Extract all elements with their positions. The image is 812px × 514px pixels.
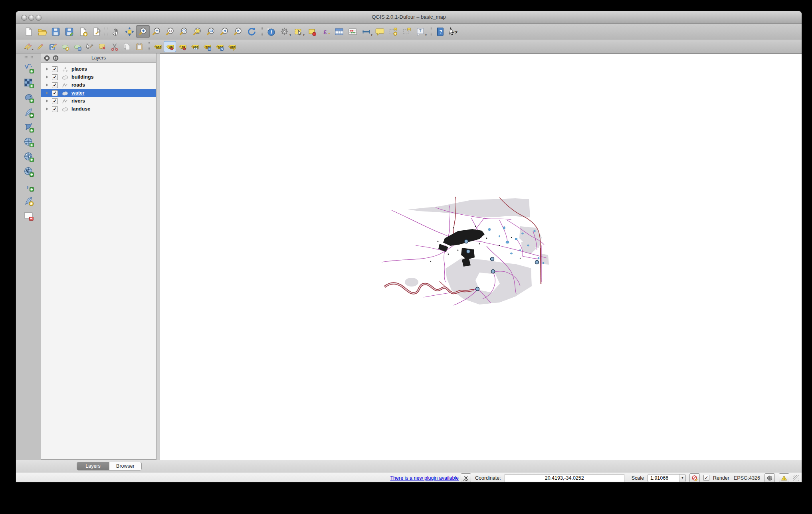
add-wfs-layer-icon[interactable] [21,164,36,178]
node-tool-icon[interactable] [83,41,96,52]
map-canvas[interactable] [160,53,802,460]
new-composer-icon[interactable] [76,25,89,38]
composer-manager-icon[interactable] [89,25,103,38]
file-new-icon[interactable] [22,25,35,38]
bookmark-show-icon[interactable] [400,25,414,38]
panel-tab-layers[interactable]: Layers [77,462,109,470]
measure-icon[interactable]: ▼ [359,25,373,38]
layer-label[interactable]: water [71,90,85,96]
bookmark-new-icon[interactable] [386,25,400,38]
save-as-icon[interactable] [62,25,76,38]
layer-visibility-checkbox[interactable]: ✓ [52,82,58,88]
identify-icon[interactable]: i [264,25,278,38]
label-pin-icon[interactable]: ab [164,41,176,52]
toggle-editing-icon[interactable] [34,41,46,52]
folder-open-icon[interactable] [35,25,49,38]
layer-row-buildings[interactable]: ✓buildings [41,73,156,81]
zoom-native-icon[interactable]: 1:1 [163,25,177,38]
run-action-icon[interactable]: ▼ [278,25,291,38]
save-edits-icon[interactable] [46,41,59,52]
label-change-icon[interactable]: abc [226,41,238,52]
layer-label[interactable]: rivers [71,98,85,104]
add-mssql-layer-icon[interactable] [21,120,36,134]
layer-visibility-checkbox[interactable]: ✓ [52,66,58,72]
expand-triangle-icon[interactable] [46,75,48,79]
zoom-to-selection-icon[interactable] [190,25,204,38]
expand-triangle-icon[interactable] [46,91,48,95]
layer-label[interactable]: landuse [71,106,90,112]
attribute-table-icon[interactable] [332,25,346,38]
stop-render-icon[interactable] [689,473,700,482]
layer-visibility-checkbox[interactable]: ✓ [52,90,58,96]
add-wms-layer-icon[interactable] [21,135,36,148]
zoom-in-icon[interactable] [136,25,150,38]
paste-features-icon[interactable] [133,41,145,52]
layer-visibility-checkbox[interactable]: ✓ [52,98,58,104]
layer-row-landuse[interactable]: ✓landuse [41,105,156,113]
delete-selected-icon[interactable] [96,41,108,52]
label-highlight-pinned-icon[interactable]: ab [176,41,188,52]
current-edits-icon[interactable]: ▼ [22,41,34,52]
whats-this-icon[interactable]: ? [447,25,460,38]
layer-row-rivers[interactable]: ✓rivers [41,97,156,105]
save-icon[interactable] [49,25,62,38]
label-options-icon[interactable]: abc [151,41,164,52]
add-wcs-layer-icon[interactable] [21,150,36,163]
zoom-out-icon[interactable] [150,25,163,38]
add-raster-layer-icon[interactable] [21,76,36,89]
move-feature-icon[interactable] [71,41,83,52]
cut-features-icon[interactable] [108,41,121,52]
zoom-last-icon[interactable] [218,25,231,38]
new-spatialite-layer-icon[interactable] [21,194,36,208]
title-bar[interactable]: QGIS 2.0.1-Dufour – basic_map [16,11,802,24]
add-vector-layer-icon[interactable] [21,61,36,75]
expand-triangle-icon[interactable] [46,107,48,111]
layer-label[interactable]: roads [71,82,85,88]
layer-visibility-checkbox[interactable]: ✓ [52,74,58,80]
new-plugin-link[interactable]: There is a new plugin available [390,475,459,481]
add-postgis-layer-icon[interactable] [21,91,36,104]
render-checkbox[interactable]: ✓ [703,475,709,481]
crs-globe-icon[interactable] [764,473,775,482]
layer-label[interactable]: places [71,66,87,72]
label-show-hide-icon[interactable]: abc [188,41,201,52]
layer-label[interactable]: buildings [71,74,94,80]
messages-warning-icon[interactable] [779,473,789,482]
add-spatialite-layer-icon[interactable] [21,105,36,119]
pan-hand-icon[interactable] [109,25,123,38]
text-annotation-icon[interactable]: T▼ [414,25,427,38]
panel-splitter[interactable] [156,53,160,460]
copy-features-icon[interactable] [121,41,133,52]
layer-row-water[interactable]: ✓water [41,89,156,97]
expand-triangle-icon[interactable] [46,83,48,87]
coordinate-input[interactable]: 20.4193,-34.0252 [505,474,624,482]
new-shapefile-layer-icon[interactable] [21,209,36,222]
calculator-icon[interactable] [346,25,359,38]
scale-dropdown-icon[interactable]: ▼ [679,474,685,482]
select-features-icon[interactable]: ▼ [291,25,305,38]
zoom-full-icon[interactable] [177,25,190,38]
scale-combo[interactable]: 1:91066 ▼ [648,474,686,482]
layer-row-places[interactable]: ✓places [41,65,156,73]
field-calculator-icon[interactable]: ε [319,25,332,38]
dropdown-arrow-icon[interactable]: ▼ [425,34,427,36]
zoom-next-icon[interactable] [231,25,245,38]
pan-to-selection-icon[interactable] [123,25,136,38]
panel-tab-browser[interactable]: Browser [109,462,141,470]
map-tips-icon[interactable] [373,25,386,38]
resize-grip[interactable] [793,475,799,481]
layer-visibility-checkbox[interactable]: ✓ [52,106,58,112]
label-move-icon[interactable]: abc [201,41,213,52]
refresh-icon[interactable] [245,25,258,38]
label-rotate-icon[interactable]: abc [213,41,226,52]
toolbar-drag-handle[interactable] [24,56,33,59]
plugin-icon[interactable] [461,473,471,482]
expand-triangle-icon[interactable] [46,99,48,103]
zoom-to-layer-icon[interactable] [204,25,218,38]
add-delimited-text-layer-icon[interactable]: , [21,179,36,193]
add-feature-icon[interactable] [59,41,71,52]
layer-row-roads[interactable]: ✓roads [41,81,156,89]
expand-triangle-icon[interactable] [46,67,48,71]
help-icon[interactable]: ? [433,25,447,38]
deselect-features-icon[interactable] [305,25,319,38]
